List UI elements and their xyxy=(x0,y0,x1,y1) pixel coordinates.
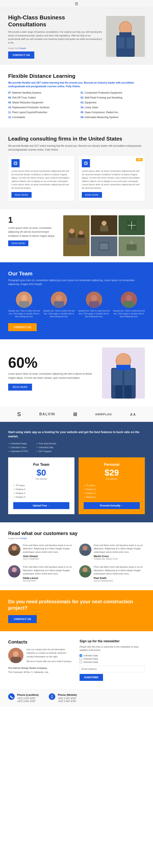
svg-point-51 xyxy=(52,697,52,698)
testimonial-avatar-3 xyxy=(8,565,21,578)
testimonial-text-2: Proin sed libero enim sed faucibus turpi… xyxy=(94,544,145,554)
pricing-price-1: $0 xyxy=(13,468,69,477)
newsletter-email-input[interactable] xyxy=(80,666,145,672)
svg-point-15 xyxy=(102,221,107,226)
fld-title: Flexible Distance Learning xyxy=(8,73,145,79)
phone-section: Phone (Landline) +972 3 637 8787 +972 3 … xyxy=(0,689,153,707)
logo-1: S xyxy=(17,411,22,417)
contacts-info: Use our contact form for all information… xyxy=(27,648,73,663)
team-sample-1: Sample text. Click to select the text bo… xyxy=(8,309,40,318)
team-cta: CONTACT US xyxy=(8,323,145,331)
pricing-feature-2-2: ✓ Feature 2 xyxy=(84,488,140,491)
phone-mobile-num1: +972 3 637 8787 xyxy=(58,697,77,700)
phone-mobile-num2: +972 3 647 8787 xyxy=(58,700,77,703)
sixty-left: 60% Lorem ipsum dolor sit amet, consecte… xyxy=(8,355,96,391)
testimonial-content-2: Proin sed libero enim sed faucibus turpi… xyxy=(94,544,145,560)
svg-point-23 xyxy=(130,241,133,244)
svg-point-11 xyxy=(69,228,74,234)
contacts-address: The Interior Design Studio Company The C… xyxy=(8,666,73,674)
testimonial-2: Proin sed libero enim sed faucibus turpi… xyxy=(79,544,145,560)
newsletter-check-1: Unlimited Daily xyxy=(80,654,145,657)
hero-image-container xyxy=(106,16,145,57)
svg-point-44 xyxy=(12,567,17,572)
team-sample-4: Sample text. Click to select the text bo… xyxy=(113,309,145,318)
pricing-feature-2-4: ✓ Feature 8 xyxy=(84,495,140,499)
cta-title: Do you need professionals for your next … xyxy=(8,598,145,611)
sixty-percent: 60% xyxy=(8,355,96,370)
pricing-feature-l1: ✓ Unlimited Pages xyxy=(8,442,28,445)
consulting-description: We provide flexible and 24/7 online lear… xyxy=(8,144,145,152)
team-grid: Sample text. Click to select the text bo… xyxy=(8,291,145,318)
svg-point-26 xyxy=(56,295,62,301)
hamburger-menu-icon[interactable]: ☰ xyxy=(75,2,78,6)
pricing-btn-2[interactable]: Proceed Annually → xyxy=(84,502,140,509)
hero-description: We provide a wide range of business cons… xyxy=(8,30,102,44)
team-avatar-4 xyxy=(121,291,137,308)
subscribe-button[interactable]: SUBSCRIBE xyxy=(80,674,103,681)
hero-cta-button[interactable]: CONTACT US xyxy=(8,52,34,59)
pricing-btn-1[interactable]: Upload Free → xyxy=(13,502,69,509)
pricing-feature-2-1: ✓ 75 Users xyxy=(84,484,140,488)
phone-landline-info: Phone (Landline) +972 3 637 8787 +972 3 … xyxy=(17,693,39,703)
svg-point-46 xyxy=(83,567,87,572)
svg-rect-27 xyxy=(54,301,64,308)
pricing-feature-1-1: ✓ 75 Users xyxy=(13,484,69,488)
sixty-right xyxy=(102,347,145,399)
newsletter-check-3: Unlimited Daily xyxy=(80,661,145,663)
gallery-read-more-btn[interactable]: READ MORE xyxy=(8,241,28,246)
logos-section: S BALVIN ⊞ AMIRFLAG ∧∧ xyxy=(0,407,153,422)
checkbox-1[interactable] xyxy=(80,654,82,657)
gallery-number: 1 xyxy=(8,215,59,224)
svg-rect-7 xyxy=(15,162,16,164)
sixty-section: 60% Lorem ipsum dolor sit amet, consecte… xyxy=(0,339,153,407)
team-avatar-1 xyxy=(16,291,32,308)
team-sample-3: Sample text. Click to select the text bo… xyxy=(78,309,110,318)
svg-rect-22 xyxy=(126,244,137,250)
svg-rect-37 xyxy=(116,365,130,370)
phone-icon-mobile xyxy=(49,693,55,700)
svg-rect-39 xyxy=(124,385,131,399)
testimonial-role-1: CEO COMPANY xyxy=(23,558,74,560)
testimonial-content-4: Proin sed libero enim sed faucibus turpi… xyxy=(94,565,145,582)
read-more-btn-2[interactable]: READ MORE xyxy=(82,192,102,198)
fld-item-4: 10. Replacement Production Surfaces xyxy=(8,105,72,110)
checkbox-3[interactable] xyxy=(80,661,82,663)
checkbox-2[interactable] xyxy=(80,658,82,660)
sixty-read-more-btn[interactable]: READ MORE xyxy=(8,384,32,391)
newsletter-check-2: Unlimited Data xyxy=(80,658,145,660)
svg-rect-9 xyxy=(85,162,87,164)
svg-point-30 xyxy=(126,295,132,301)
team-cta-button[interactable]: CONTACT US xyxy=(8,323,37,331)
cta-button[interactable]: CONTACT US xyxy=(8,615,37,623)
header: ☰ xyxy=(0,0,153,8)
testimonial-text-3: Proin sed libero enim sed faucibus turpi… xyxy=(23,565,74,576)
fld-item-r6: 06. Automated Measuring Systems xyxy=(81,115,145,119)
gallery-grid xyxy=(63,215,145,256)
card-text-1: Lorem ipsum dolor sit amet consectetur a… xyxy=(11,169,71,190)
testimonials-credit: Images from Freepik xyxy=(8,537,145,539)
team-section: Our Team Paragraph goes here sit, consec… xyxy=(0,262,153,339)
fld-section: Flexible Distance Learning We provide fl… xyxy=(0,65,153,127)
hero-person-image xyxy=(106,16,145,57)
fld-item-r4: 04. Linear Saws xyxy=(81,105,145,110)
testimonial-name-2: Martin Cross xyxy=(94,555,145,558)
pricing-features-left: ✓ Unlimited Pages ✓ Unlimited Users ✓ Un… xyxy=(8,442,28,453)
sixty-description: Lorem ipsum dolor sit amet, consectetur … xyxy=(8,372,96,380)
fld-item-r1: 01. Component Production Equipment xyxy=(81,91,145,95)
svg-rect-47 xyxy=(81,572,90,578)
svg-point-24 xyxy=(21,295,27,301)
pricing-features-right: ✓ Free Sub-Domain ✓ Unlimited Data ✓ 24/… xyxy=(36,442,56,453)
read-more-btn-1[interactable]: READ MORE xyxy=(11,192,32,198)
testimonial-name-1: Josh Almack xyxy=(23,555,74,558)
cta-section: Do you need professionals for your next … xyxy=(0,590,153,631)
testimonials-section: Read what our customers say Images from … xyxy=(0,522,153,590)
team-member-4: Sample text. Click to select the text bo… xyxy=(113,291,145,318)
testimonial-3: Proin sed libero enim sed faucibus turpi… xyxy=(8,565,74,582)
team-sample-2: Sample text. Click to select the text bo… xyxy=(43,309,75,318)
gallery-img-4 xyxy=(118,236,145,256)
consulting-title: Leading consulting firms in the United S… xyxy=(8,136,145,142)
consulting-cards: Lorem ipsum dolor sit amet consectetur a… xyxy=(8,156,145,201)
logo-2: BALVIN xyxy=(39,412,55,416)
svg-rect-16 xyxy=(100,226,108,231)
svg-rect-31 xyxy=(124,301,134,308)
